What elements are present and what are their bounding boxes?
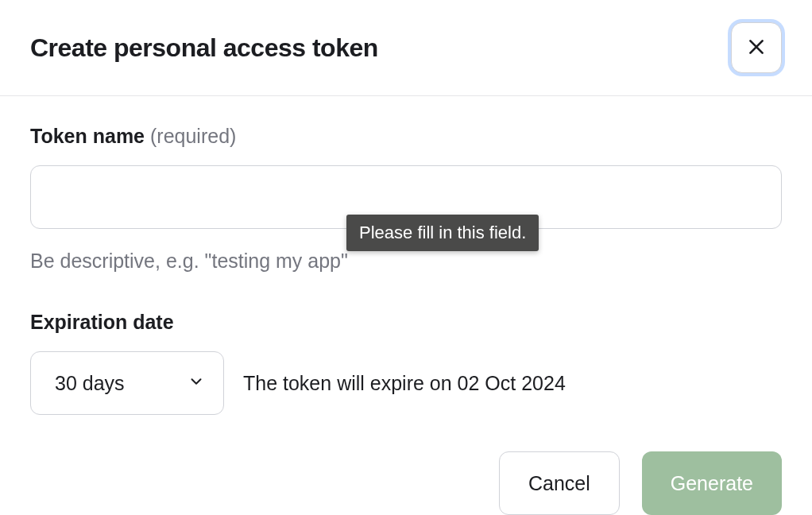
modal-title: Create personal access token — [30, 33, 378, 63]
close-icon — [746, 37, 767, 60]
expiration-row: 30 days The token will expire on 02 Oct … — [30, 351, 782, 415]
expiration-label: Expiration date — [30, 311, 782, 334]
close-button[interactable] — [731, 22, 782, 73]
generate-button[interactable]: Generate — [642, 451, 782, 515]
token-name-label-text: Token name — [30, 125, 145, 147]
expiration-note: The token will expire on 02 Oct 2024 — [243, 372, 566, 395]
create-token-modal: Create personal access token Token name … — [0, 0, 812, 515]
modal-header: Create personal access token — [0, 0, 812, 96]
validation-tooltip: Please fill in this field. — [346, 215, 539, 251]
expiration-field-group: Expiration date 30 days The token will e… — [30, 311, 782, 415]
expiration-select[interactable]: 30 days — [30, 351, 224, 415]
token-name-helper: Be descriptive, e.g. "testing my app" — [30, 250, 782, 273]
token-name-label: Token name (required) — [30, 125, 782, 148]
modal-body: Token name (required) Be descriptive, e.… — [0, 96, 812, 415]
required-hint: (required) — [150, 125, 236, 147]
cancel-button[interactable]: Cancel — [499, 451, 620, 515]
modal-footer: Cancel Generate — [499, 451, 782, 515]
expiration-select-wrap: 30 days — [30, 351, 224, 415]
